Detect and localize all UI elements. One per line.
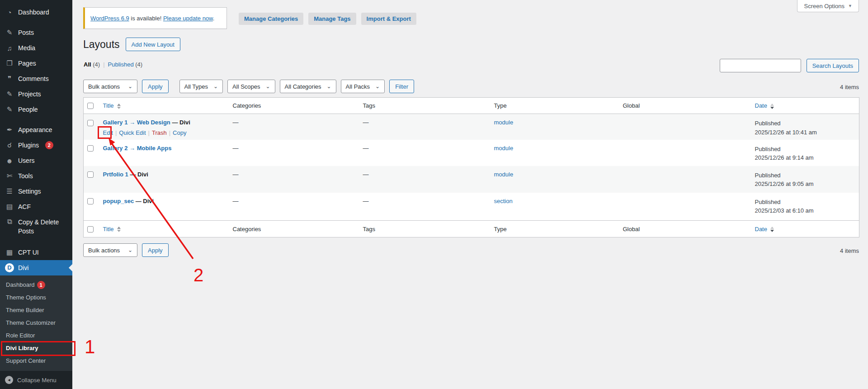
sidebar-item-pages[interactable]: ❐ Pages <box>0 56 72 71</box>
search-input[interactable] <box>720 59 801 72</box>
screen-options-toggle[interactable]: Screen Options ▼ <box>797 0 859 12</box>
layout-title-link[interactable]: Gallery 1 → Web Design <box>103 119 170 126</box>
apply-button[interactable]: Apply <box>142 243 169 257</box>
type-link[interactable]: module <box>494 171 514 178</box>
update-notice: WordPress 6.9 is available! Please updat… <box>83 7 227 29</box>
layout-title-link[interactable]: Gallery 2 → Mobile Apps <box>103 145 172 152</box>
item-count: 4 items <box>840 84 859 90</box>
table-row: Prtfolio 1 — Divi — — module Published 2… <box>84 166 859 193</box>
sidebar-item-users[interactable]: ☻ Users <box>0 153 72 168</box>
sidebar-item-divi[interactable]: D Divi <box>0 260 72 275</box>
wordpress-update-link[interactable]: WordPress 6.9 <box>90 15 129 22</box>
sidebar-item-posts[interactable]: ✎ Posts <box>0 25 72 40</box>
divi-logo-icon: D <box>5 263 14 272</box>
edit-link[interactable]: Edit <box>103 129 113 136</box>
pushpin-icon: ✎ <box>5 105 14 114</box>
add-new-layout-button[interactable]: Add New Layout <box>126 38 180 51</box>
submenu-item-role-editor[interactable]: Role Editor <box>0 329 72 342</box>
quick-edit-link[interactable]: Quick Edit <box>119 129 146 136</box>
column-header-categories: Categories <box>233 98 363 114</box>
post-state-label: — Divi <box>134 198 154 204</box>
tags-cell: — <box>363 114 494 140</box>
table-nav-top: Bulk actions ⌄ Apply All Types ⌄ All Sco… <box>83 80 859 94</box>
pages-icon: ❐ <box>5 59 14 67</box>
search-layouts-button[interactable]: Search Layouts <box>807 59 859 72</box>
column-header-type: Type <box>494 221 623 237</box>
sidebar-item-people[interactable]: ✎ People <box>0 102 72 117</box>
import-export-button[interactable]: Import & Export <box>361 13 416 25</box>
manage-categories-button[interactable]: Manage Categories <box>239 13 303 25</box>
categories-cell: — <box>233 114 363 140</box>
submenu-item-theme-options[interactable]: Theme Options <box>0 291 72 304</box>
update-count-badge: 2 <box>45 141 53 149</box>
menu-separator <box>0 117 72 122</box>
sidebar-item-copy-delete-posts[interactable]: ⧉ Copy & Delete Posts <box>0 214 72 240</box>
layout-title-link[interactable]: popup_sec <box>103 198 134 204</box>
submenu-item-dashboard[interactable]: Dashboard 1 <box>0 279 72 291</box>
type-link[interactable]: module <box>494 119 514 126</box>
admin-menu: ◔ Dashboard ✎ Posts ♫ Media ❐ Pages ❞ Co… <box>0 0 72 275</box>
manage-tags-button[interactable]: Manage Tags <box>308 13 356 25</box>
all-packs-select[interactable]: All Packs ⌄ <box>341 80 385 93</box>
trash-link[interactable]: Trash <box>152 129 167 136</box>
row-checkbox[interactable] <box>87 145 94 152</box>
date-cell: Published 2025/12/26 at 10:41 am <box>755 114 859 140</box>
collapse-menu-button[interactable]: ◄ Collapse Menu <box>0 371 72 389</box>
appearance-icon: ✒ <box>5 126 14 134</box>
sidebar-item-acf[interactable]: ▤ ACF <box>0 199 72 214</box>
submenu-item-support-center[interactable]: Support Center <box>0 355 72 367</box>
sidebar-item-settings[interactable]: ☰ Settings <box>0 184 72 199</box>
table-row: Gallery 2 → Mobile Apps — — module Publi… <box>84 140 859 166</box>
menu-separator <box>0 240 72 245</box>
column-header-categories: Categories <box>233 221 363 237</box>
media-icon: ♫ <box>5 44 14 52</box>
column-header-tags: Tags <box>363 221 494 237</box>
view-all-link[interactable]: All <box>84 61 91 68</box>
post-state-label: — Divi <box>128 171 148 178</box>
bulk-actions-select[interactable]: Bulk actions ⌄ <box>83 243 137 257</box>
submenu-item-theme-customizer[interactable]: Theme Customizer <box>0 317 72 329</box>
layout-title-link[interactable]: Prtfolio 1 <box>103 171 128 178</box>
chevron-down-icon: ⌄ <box>128 84 132 89</box>
select-all-checkbox[interactable] <box>87 226 94 232</box>
view-filter-links: All (4)|Published (4) <box>84 61 142 68</box>
tags-cell: — <box>363 193 494 221</box>
sort-by-date-link[interactable]: Date <box>755 226 767 232</box>
bulk-actions-select[interactable]: Bulk actions ⌄ <box>83 80 137 93</box>
please-update-now-link[interactable]: Please update now <box>163 15 213 22</box>
sort-by-title-link[interactable]: Title <box>103 226 114 232</box>
tags-cell: — <box>363 166 494 193</box>
all-categories-select[interactable]: All Categories ⌄ <box>280 80 336 93</box>
sidebar-item-dashboard[interactable]: ◔ Dashboard <box>0 5 72 20</box>
sidebar-item-media[interactable]: ♫ Media <box>0 40 72 56</box>
users-icon: ☻ <box>5 157 14 165</box>
sidebar-item-projects[interactable]: ✎ Projects <box>0 86 72 102</box>
sidebar-item-cpt-ui[interactable]: ▦ CPT UI <box>0 245 72 260</box>
table-row: popup_sec — Divi — — section Published 2… <box>84 193 859 221</box>
row-checkbox[interactable] <box>87 198 94 204</box>
sort-by-title-link[interactable]: Title <box>103 102 114 109</box>
apply-button[interactable]: Apply <box>142 80 169 93</box>
submenu-item-divi-library[interactable]: Divi Library <box>0 342 72 355</box>
sidebar-item-appearance[interactable]: ✒ Appearance <box>0 122 72 138</box>
sort-arrows-icon <box>770 104 774 109</box>
submenu-item-theme-builder[interactable]: Theme Builder <box>0 304 72 317</box>
categories-cell: — <box>233 193 363 221</box>
row-checkbox[interactable] <box>87 120 94 126</box>
copy-link[interactable]: Copy <box>173 129 186 136</box>
sidebar-item-tools[interactable]: ✄ Tools <box>0 168 72 184</box>
all-types-select[interactable]: All Types ⌄ <box>179 80 223 93</box>
column-header-type: Type <box>494 98 623 114</box>
date-cell: Published 2025/12/03 at 6:10 am <box>755 193 859 221</box>
filter-button[interactable]: Filter <box>389 80 414 93</box>
all-scopes-select[interactable]: All Scopes ⌄ <box>227 80 275 93</box>
sidebar-item-plugins[interactable]: ☌ Plugins 2 <box>0 138 72 153</box>
type-link[interactable]: module <box>494 145 514 152</box>
sidebar-item-comments[interactable]: ❞ Comments <box>0 71 72 86</box>
type-link[interactable]: section <box>494 198 513 204</box>
row-checkbox[interactable] <box>87 171 94 178</box>
sort-by-date-link[interactable]: Date <box>755 102 767 109</box>
select-all-checkbox[interactable] <box>87 103 94 109</box>
view-published-link[interactable]: Published <box>108 61 134 68</box>
page-title: Layouts <box>83 38 120 51</box>
